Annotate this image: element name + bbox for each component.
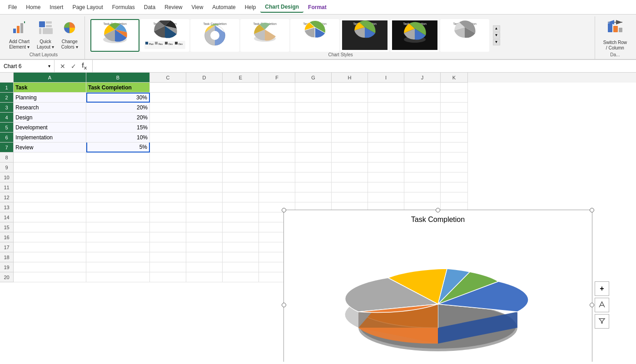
row-header-14[interactable]: 14 [0, 212, 14, 222]
menu-view[interactable]: View [187, 2, 208, 12]
cell-K9[interactable] [441, 162, 468, 172]
cell-F9[interactable] [259, 162, 295, 172]
cell-C19[interactable] [150, 262, 186, 272]
cell-k6[interactable] [441, 133, 468, 143]
cell-c4[interactable] [150, 113, 186, 123]
cell-J10[interactable] [404, 172, 441, 182]
cell-C11[interactable] [150, 182, 186, 192]
cell-c6[interactable] [150, 133, 186, 143]
col-header-f[interactable]: F [259, 73, 295, 83]
cell-E12[interactable] [223, 192, 259, 202]
cell-f5[interactable] [259, 123, 295, 133]
cell-f4[interactable] [259, 113, 295, 123]
cell-F12[interactable] [259, 192, 295, 202]
menu-data[interactable]: Data [139, 2, 160, 12]
switch-row-column-button[interactable]: Switch Row/ Column [601, 20, 630, 51]
cell-D19[interactable] [186, 262, 223, 272]
cell-A14[interactable] [14, 212, 86, 222]
cell-i4[interactable] [368, 113, 404, 123]
cell-e7[interactable] [223, 143, 259, 152]
cell-i7[interactable] [368, 143, 404, 152]
cell-i6[interactable] [368, 133, 404, 143]
col-header-g[interactable]: G [295, 73, 332, 83]
cell-h1[interactable] [332, 83, 368, 93]
chart-style-2[interactable]: Task Completion Plan Res Des Dev [140, 19, 189, 52]
cell-D11[interactable] [186, 182, 223, 192]
cell-H12[interactable] [332, 192, 368, 202]
accept-formula-icon[interactable]: ✓ [69, 62, 78, 71]
menu-home[interactable]: Home [21, 2, 45, 12]
cell-D14[interactable] [186, 212, 223, 222]
menu-insert[interactable]: Insert [45, 2, 68, 12]
cell-A15[interactable] [14, 222, 86, 232]
row-header-10[interactable]: 10 [0, 172, 14, 182]
cell-H11[interactable] [332, 182, 368, 192]
cell-B16[interactable] [86, 232, 150, 242]
cell-J11[interactable] [404, 182, 441, 192]
cell-d4[interactable] [186, 113, 223, 123]
cell-D17[interactable] [186, 242, 223, 252]
add-chart-element-button[interactable]: Add ChartElement ▾ [6, 20, 32, 51]
cell-g4[interactable] [295, 113, 332, 123]
row-header-16[interactable]: 16 [0, 232, 14, 242]
cell-g7[interactable] [295, 143, 332, 152]
col-header-e[interactable]: E [223, 73, 259, 83]
chart-handle-tl[interactable] [282, 208, 286, 212]
chart-style-6[interactable]: Task Completion [340, 19, 389, 52]
cell-B10[interactable] [86, 172, 150, 182]
row-header-9[interactable]: 9 [0, 162, 14, 172]
col-header-a[interactable]: A [14, 73, 86, 83]
cancel-formula-icon[interactable]: ✕ [58, 62, 67, 71]
cell-k7[interactable] [441, 143, 468, 152]
cell-d3[interactable] [186, 103, 223, 113]
cell-k1[interactable] [441, 83, 468, 93]
cell-D16[interactable] [186, 232, 223, 242]
cell-C14[interactable] [150, 212, 186, 222]
cell-e4[interactable] [223, 113, 259, 123]
menu-automate[interactable]: Automate [208, 2, 240, 12]
row-header-15[interactable]: 15 [0, 222, 14, 232]
cell-J12[interactable] [404, 192, 441, 202]
chart-style-1[interactable]: Task Completion [90, 19, 139, 52]
menu-chart-design[interactable]: Chart Design [260, 2, 303, 13]
menu-review[interactable]: Review [160, 2, 187, 12]
cell-C18[interactable] [150, 252, 186, 262]
cell-A11[interactable] [14, 182, 86, 192]
col-header-h[interactable]: H [332, 73, 368, 83]
cell-B9[interactable] [86, 162, 150, 172]
cell-A18[interactable] [14, 252, 86, 262]
cell-A10[interactable] [14, 172, 86, 182]
cell-k3[interactable] [441, 103, 468, 113]
cell-g6[interactable] [295, 133, 332, 143]
cell-C9[interactable] [150, 162, 186, 172]
cell-g2[interactable] [295, 93, 332, 103]
menu-help[interactable]: Help [240, 2, 261, 12]
row-header-4[interactable]: 4 [0, 113, 14, 123]
cell-C13[interactable] [150, 202, 186, 212]
cell-A20[interactable] [14, 272, 86, 282]
cell-E11[interactable] [223, 182, 259, 192]
row-header-18[interactable]: 18 [0, 252, 14, 262]
cell-G11[interactable] [295, 182, 332, 192]
chart-handle-tc[interactable] [436, 208, 440, 212]
cell-g5[interactable] [295, 123, 332, 133]
row-header-1[interactable]: 1 [0, 83, 14, 93]
cell-B11[interactable] [86, 182, 150, 192]
row-header-13[interactable]: 13 [0, 202, 14, 212]
cell-A9[interactable] [14, 162, 86, 172]
cell-f7[interactable] [259, 143, 295, 152]
cell-C17[interactable] [150, 242, 186, 252]
cell-a7[interactable]: Review [14, 143, 86, 152]
chart-style-3[interactable]: Task Completion [190, 19, 239, 52]
chart-container[interactable]: Task Completion [283, 210, 592, 362]
cell-B14[interactable] [86, 212, 150, 222]
cell-d2[interactable] [186, 93, 223, 103]
cell-i1[interactable] [368, 83, 404, 93]
cell-k5[interactable] [441, 123, 468, 133]
row-header-2[interactable]: 2 [0, 93, 14, 103]
cell-D20[interactable] [186, 272, 223, 282]
cell-B19[interactable] [86, 262, 150, 272]
cell-G12[interactable] [295, 192, 332, 202]
col-header-i[interactable]: I [368, 73, 404, 83]
cell-A16[interactable] [14, 232, 86, 242]
